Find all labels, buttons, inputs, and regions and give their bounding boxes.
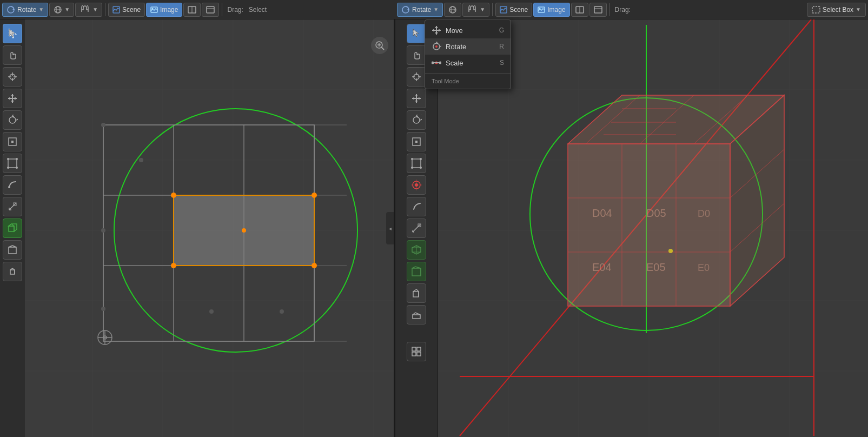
left-sidebar-tools (0, 19, 25, 437)
svg-point-133 (411, 167, 413, 169)
svg-point-96 (171, 263, 176, 268)
center-crosshair-icon (411, 71, 422, 82)
svg-point-94 (171, 193, 176, 198)
tool-pan[interactable] (3, 45, 22, 65)
center-overlay-btn[interactable] (407, 342, 426, 361)
snap-button-right[interactable]: ▼ (462, 3, 489, 17)
snap-icon-right (467, 5, 478, 14)
center-tool-scale-sq[interactable] (407, 132, 426, 151)
center-tool-crosshair[interactable] (407, 67, 426, 87)
zoom-nav-icon[interactable] (371, 37, 388, 54)
tool-rotate[interactable] (3, 110, 22, 130)
globe-icon-right (448, 5, 457, 14)
rotate-button[interactable]: Rotate ▼ (2, 3, 48, 17)
center-tool-pivot[interactable] (407, 175, 426, 195)
svg-point-99 (101, 123, 105, 127)
center-pivot-icon (411, 180, 422, 190)
center-tool-arrows[interactable] (407, 89, 426, 108)
center-annotate-icon (411, 201, 422, 212)
tool-move[interactable] (3, 89, 22, 108)
svg-rect-61 (9, 247, 16, 254)
tool-measure[interactable] (3, 197, 22, 216)
rotate-button-right[interactable]: Rotate ▼ (397, 3, 443, 17)
select-box-icon (812, 6, 820, 14)
snap-icon (79, 5, 90, 14)
center-tool-small-cube[interactable] (407, 283, 426, 303)
image-button-right[interactable]: Image (533, 3, 569, 17)
tool-scale[interactable] (3, 132, 22, 151)
center-tool-select[interactable] (407, 24, 426, 43)
svg-rect-130 (412, 159, 421, 168)
dropdown-item-move[interactable]: Move G (425, 22, 511, 38)
move-icon-svg (432, 25, 441, 35)
tool-select[interactable] (3, 24, 22, 43)
scene-label-left: Scene (122, 6, 141, 14)
tool-add-cube[interactable] (3, 219, 22, 238)
rotate-tool-icon (7, 115, 18, 125)
center-tool-box-green[interactable] (407, 262, 426, 281)
svg-point-50 (16, 167, 18, 169)
center-tool-extra[interactable] (407, 305, 426, 325)
tool-box[interactable] (3, 240, 22, 260)
svg-marker-123 (415, 101, 418, 103)
svg-line-110 (381, 47, 384, 50)
scale-icon-svg (432, 58, 441, 68)
center-small-cube-icon (411, 288, 422, 299)
snap-dropdown-arrow-right: ▼ (480, 6, 485, 12)
panel-button-left[interactable] (183, 3, 201, 17)
scene-button-left[interactable]: Scene (108, 3, 145, 17)
svg-line-52 (9, 203, 16, 210)
rotate-icon (6, 5, 15, 14)
svg-point-212 (432, 62, 434, 64)
select-box-button[interactable]: Select Box ▼ (807, 3, 866, 17)
svg-point-198 (668, 249, 673, 253)
rotate-dropdown-arrow: ▼ (38, 6, 44, 12)
svg-point-100 (101, 228, 105, 233)
scene-icon-right (500, 6, 507, 14)
viewport-collapse-arrow[interactable]: ◂ (386, 212, 394, 244)
svg-point-103 (209, 309, 214, 314)
scale-menu-icon (432, 58, 441, 68)
rotate-label: Rotate (446, 43, 466, 51)
globe-button[interactable]: ▼ (49, 3, 74, 17)
svg-point-49 (7, 167, 9, 169)
scale-icon (7, 136, 18, 147)
tool-annotate[interactable] (3, 175, 22, 195)
rotate-icon-right (401, 5, 410, 14)
viewport-left[interactable]: ◂ (0, 19, 395, 437)
tool-small-box[interactable] (3, 262, 22, 281)
svg-rect-46 (8, 159, 17, 168)
panel-button-right[interactable] (571, 3, 588, 17)
center-tool-annotate[interactable] (407, 197, 426, 216)
tool-cursor[interactable] (3, 67, 22, 87)
svg-rect-28 (812, 6, 820, 13)
dropdown-item-rotate[interactable]: Rotate R (425, 38, 511, 55)
svg-text:D04: D04 (592, 207, 612, 219)
panel2-button-left[interactable] (202, 3, 219, 17)
dropdown-item-scale[interactable]: Scale S (425, 55, 511, 71)
sep4 (609, 3, 610, 16)
tool-transform[interactable] (3, 154, 22, 173)
rotate-label: Rotate (17, 6, 36, 14)
scene-button-right[interactable]: Scene (495, 3, 532, 17)
drag-label-right: Drag: (613, 6, 633, 14)
image-button-left[interactable]: Image (146, 3, 182, 17)
panel2-button-right[interactable] (589, 3, 607, 17)
svg-marker-201 (435, 26, 438, 28)
snap-button[interactable]: ▼ (75, 3, 102, 17)
center-tool-add-3d[interactable] (407, 240, 426, 260)
sep1 (105, 3, 105, 16)
svg-rect-161 (417, 352, 421, 356)
scene-left-canvas[interactable]: ◂ (25, 19, 394, 437)
globe-button-right[interactable] (444, 3, 461, 17)
svg-marker-38 (11, 94, 14, 96)
center-extra-icon (411, 309, 422, 320)
center-tool-pan[interactable] (407, 45, 426, 65)
center-tool-transform-full[interactable] (407, 154, 426, 173)
center-tool-rotate[interactable] (407, 110, 426, 130)
svg-rect-129 (415, 141, 418, 143)
move-shortcut: G (499, 27, 504, 34)
panel2-icon-left (206, 6, 215, 14)
center-tool-ruler[interactable] (407, 219, 426, 238)
sep3 (492, 3, 493, 16)
